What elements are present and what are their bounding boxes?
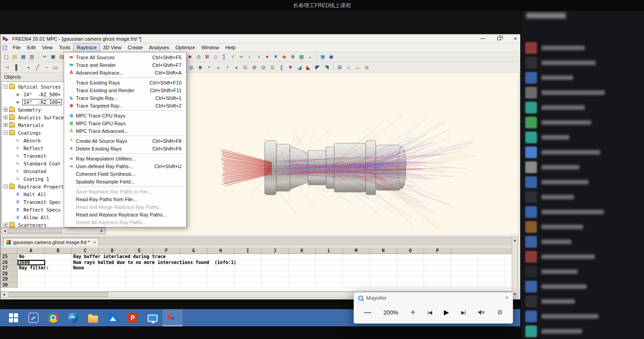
participant-row[interactable] (525, 310, 640, 323)
minimize-button[interactable] (475, 34, 491, 43)
sheet-row-number[interactable]: 27 (0, 265, 18, 271)
participant-row[interactable] (525, 221, 640, 233)
sheet-column-header-c[interactable]: C (72, 248, 99, 254)
selected-cell[interactable] (18, 260, 45, 266)
create-point-icon[interactable]: ▪ (24, 63, 33, 71)
ellipsoid-element-icon[interactable]: ◒ (214, 63, 222, 71)
sheet-column-header-l[interactable]: L (316, 248, 343, 254)
participant-row[interactable] (525, 176, 640, 188)
expander-icon[interactable]: + (4, 223, 8, 227)
raytrace-menu-item-trace-all-sources[interactable]: ≫Trace All SourcesCtrl+Shift+F5 (64, 53, 186, 61)
participant-row[interactable] (525, 146, 640, 159)
raytrace-menu-item-read-and-replace-raytrace-ray-paths[interactable]: Read and Replace Raytrace Ray Paths... (64, 211, 186, 218)
participant-row[interactable] (525, 42, 640, 54)
photos-taskbar-button[interactable] (103, 309, 123, 326)
sheet-corner-cell[interactable] (0, 248, 18, 254)
scroll-left-icon[interactable] (4, 230, 6, 232)
view-rotate-icon[interactable]: ∩ (345, 63, 353, 71)
participant-row[interactable] (525, 116, 640, 129)
sheet-row-number[interactable]: 25 (0, 254, 18, 260)
scrollbar-thumb[interactable] (8, 229, 62, 233)
file-explorer-taskbar-button[interactable] (83, 309, 103, 326)
note-tool-icon[interactable]: ◥ (322, 63, 331, 71)
sheet-column-header-j[interactable]: J (261, 248, 289, 254)
scatter-tool-icon[interactable]: ▩ (298, 53, 305, 61)
sheet-column-header-o[interactable]: O (397, 248, 424, 254)
settings-gear-icon[interactable]: ⚙ (497, 309, 503, 316)
scroll-right-icon[interactable] (101, 230, 103, 232)
menubar-item-view[interactable]: View (39, 43, 56, 52)
magnifier-window[interactable]: Magnifier × — 200% + |◀ ▶ ▶| ⚙ (354, 292, 513, 324)
scroll-up-icon[interactable] (513, 239, 516, 241)
polarization-icon[interactable]: ◑ (255, 53, 262, 61)
ink-workspace-taskbar-button[interactable] (23, 309, 43, 326)
fiber-element-icon[interactable]: ∥ (277, 63, 285, 71)
create-line-icon[interactable]: ╱ (33, 63, 42, 71)
restore-button[interactable] (491, 34, 507, 43)
print-icon[interactable]: ▥ (28, 53, 36, 61)
raytrace-menu-item-read-ray-paths-from-file[interactable]: Read Ray Paths from File... (64, 195, 186, 203)
raytrace-menu-item-ray-manipulation-utilities[interactable]: ∞Ray Manipulation Utilities... (64, 155, 186, 162)
participant-row[interactable] (525, 56, 640, 69)
menubar-item-edit[interactable]: Edit (24, 43, 39, 52)
menubar-item-help[interactable]: Help (222, 43, 239, 52)
participant-row[interactable] (525, 250, 640, 263)
sheet-row-number[interactable]: 28 (0, 271, 18, 277)
sheet-row-number[interactable]: 26 (0, 260, 18, 266)
import-cad-icon[interactable]: ◢ (295, 63, 303, 71)
sheet-column-header-n[interactable]: N (370, 248, 397, 254)
raytrace-menu-item-delete-all-raytrace-ray-paths[interactable]: Delete All Raytrace Ray Paths... (64, 218, 186, 226)
source-tool-icon[interactable]: ● (263, 53, 271, 61)
raytrace-menu-item-delete-existing-rays[interactable]: ×Delete Existing RaysCtrl+Shift+F9 (64, 145, 186, 152)
participant-row[interactable] (525, 86, 640, 99)
participant-row[interactable] (525, 280, 640, 293)
sheet-row-cells[interactable] (18, 271, 512, 277)
optimize-tool-icon[interactable]: ∞ (238, 53, 245, 61)
window-titlebar[interactable]: FRED64 20.01 MPC - [gaussian camera ghos… (0, 34, 523, 43)
menubar-item-raytrace[interactable]: Raytrace (74, 43, 100, 52)
view-fit-icon[interactable]: ⊞ (336, 63, 344, 71)
sheet-column-header-i[interactable]: I (234, 248, 261, 254)
menubar-item-window[interactable]: Window (198, 43, 222, 52)
document-tab[interactable]: gaussian camera ghost image.frd * × (3, 238, 99, 246)
sheet-row-cells[interactable] (18, 277, 512, 282)
coating-tool-icon[interactable]: ⊗ (289, 53, 297, 61)
raytrace-menu-item-trace-existing-and-render[interactable]: →Trace Existing and RenderCtrl+Shift+F11 (64, 86, 186, 94)
sheet-row-cells[interactable]: 3680Num rays halted due to no more inter… (18, 260, 512, 266)
sheet-row-cells[interactable]: Ray filter:None (18, 265, 512, 271)
mute-speaker-icon[interactable] (478, 309, 485, 315)
sum-tool-icon[interactable]: ∑ (220, 53, 228, 61)
surface-extrude-icon[interactable]: ◕ (232, 63, 240, 71)
sheet-row-number[interactable]: 29 (0, 277, 18, 282)
sheet-column-header-a[interactable]: A (18, 248, 45, 254)
lens-view-icon[interactable]: ◎ (195, 53, 202, 61)
split-view-icon[interactable]: ▐ (11, 63, 19, 71)
raytrace-menu-item-spatially-resample-field[interactable]: Spatially Resample Field... (64, 178, 186, 185)
cut-icon[interactable]: ✂ (41, 53, 48, 61)
chrome-taskbar-button[interactable] (43, 309, 63, 326)
participant-row[interactable] (525, 101, 640, 114)
copy-icon[interactable]: ▣ (49, 53, 57, 61)
phase-plot-icon[interactable]: ◐ (246, 53, 254, 61)
raytrace-menu-item-trace-single-ray[interactable]: ↳Trace Single Ray...Ctrl+Shift+1 (64, 94, 186, 102)
menubar-item-file[interactable]: File (9, 43, 24, 52)
participant-row[interactable] (525, 71, 640, 84)
participant-row[interactable] (525, 325, 640, 338)
ghost-tool-icon[interactable]: ◇ (212, 53, 219, 61)
expander-icon[interactable]: - (4, 184, 8, 188)
new-file-icon[interactable]: ▢ (2, 53, 10, 61)
menubar-item-create[interactable]: Create (125, 43, 146, 52)
tree-horizontal-scrollbar[interactable] (1, 228, 105, 234)
next-button[interactable]: ▶| (461, 310, 465, 315)
sheet-column-header-g[interactable]: G (180, 248, 207, 254)
export-cad-icon[interactable]: ◣ (304, 63, 313, 71)
zoom-in-button[interactable]: + (411, 308, 415, 317)
participant-row[interactable] (525, 206, 640, 218)
save-file-icon[interactable]: ▦ (19, 53, 27, 61)
grating-element-icon[interactable]: ≣ (268, 63, 276, 71)
sheet-row-cells[interactable]: NoRay buffer interlaced during trace (18, 254, 512, 260)
raytrace-menu-item-coherent-field-synthesis[interactable]: Coherent Field Synthesis... (64, 170, 186, 178)
raytrace-menu-item-user-defined-ray-paths[interactable]: ∞User-defined Ray Paths...Ctrl+Shift+U (64, 162, 186, 170)
expander-icon[interactable]: - (4, 85, 8, 89)
participant-row[interactable] (525, 131, 640, 144)
